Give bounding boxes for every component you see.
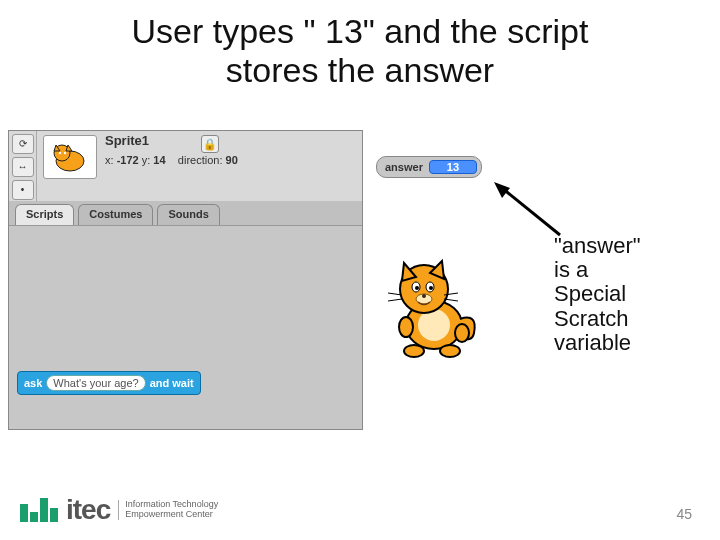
logo-sub2: Empowerment Center — [125, 510, 218, 520]
lock-icon[interactable]: 🔒 — [201, 135, 219, 153]
title-line-1: User types " 13" and the script — [132, 12, 589, 50]
ask-keyword: ask — [24, 377, 42, 389]
svg-marker-7 — [494, 182, 510, 198]
sprite-info-row: Sprite1 x: -172 y: 14 direction: 90 🔒 — [37, 131, 362, 201]
tab-row: Scripts Costumes Sounds — [9, 201, 362, 225]
answer-value: 13 — [429, 160, 477, 174]
svg-point-4 — [59, 152, 61, 154]
scratch-panel: ⟳ ↔ • Sprite1 x: -172 y: — [8, 130, 363, 430]
svg-line-6 — [502, 188, 560, 235]
sprite-position: x: -172 y: 14 direction: 90 — [105, 154, 238, 166]
svg-point-18 — [422, 294, 426, 298]
y-label: y: — [142, 154, 151, 166]
title-line-2: stores the answer — [226, 51, 494, 89]
script-area[interactable]: ask What's your age? and wait — [9, 225, 362, 429]
svg-point-24 — [440, 345, 460, 357]
svg-line-20 — [388, 299, 402, 301]
ask-input[interactable]: What's your age? — [46, 375, 145, 391]
svg-point-15 — [415, 286, 419, 290]
svg-point-5 — [64, 152, 66, 154]
no-rotate-tool-icon[interactable]: • — [12, 180, 34, 200]
svg-point-16 — [429, 286, 433, 290]
x-label: x: — [105, 154, 114, 166]
svg-point-26 — [455, 324, 469, 342]
rotate-tool-icon[interactable]: ⟳ — [12, 134, 34, 154]
tool-strip: ⟳ ↔ • — [9, 131, 37, 201]
wait-keyword: and wait — [150, 377, 194, 389]
y-value: 14 — [153, 154, 165, 166]
footer-logo: itec Information Technology Empowerment … — [20, 494, 218, 526]
sprite-thumbnail[interactable] — [43, 135, 97, 179]
svg-marker-3 — [66, 145, 72, 151]
annotation-l4: Scratch — [554, 307, 694, 331]
x-value: -172 — [117, 154, 139, 166]
slide-title: User types " 13" and the script stores t… — [0, 12, 720, 90]
answer-label: answer — [385, 161, 423, 173]
annotation-l2: is a — [554, 258, 694, 282]
slide: User types " 13" and the script stores t… — [0, 0, 720, 540]
annotation-text: "answer" is a Special Scratch variable — [554, 234, 694, 355]
scratch-cat-icon — [384, 253, 484, 363]
svg-point-25 — [399, 317, 413, 337]
logo-brand: itec — [66, 494, 110, 526]
logo-mark-icon — [20, 498, 58, 522]
flip-tool-icon[interactable]: ↔ — [12, 157, 34, 177]
direction-label: direction: — [178, 154, 223, 166]
annotation-l5: variable — [554, 331, 694, 355]
cat-on-stage — [380, 248, 488, 368]
arrow-icon — [490, 180, 570, 240]
annotation-l1: "answer" — [554, 234, 694, 258]
annotation-l3: Special — [554, 282, 694, 306]
svg-point-23 — [404, 345, 424, 357]
ask-block[interactable]: ask What's your age? and wait — [17, 371, 201, 395]
answer-watcher: answer 13 — [376, 156, 482, 178]
cat-thumb-icon — [48, 139, 92, 175]
page-number: 45 — [676, 506, 692, 522]
direction-value: 90 — [226, 154, 238, 166]
logo-subtitle: Information Technology Empowerment Cente… — [118, 500, 218, 520]
